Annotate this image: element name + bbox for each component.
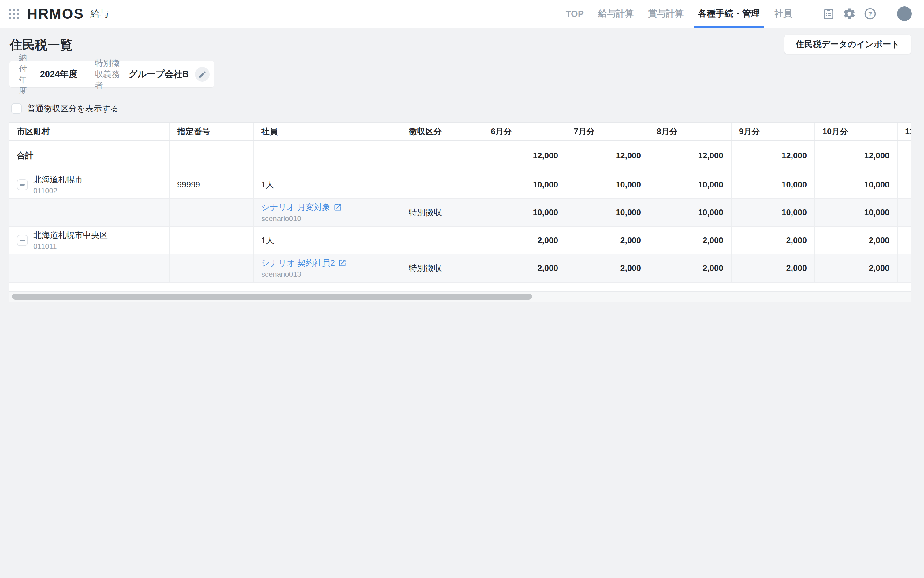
designated-number-cell: [170, 199, 254, 226]
external-link-icon: [333, 203, 342, 212]
tab-payroll[interactable]: 給与計算: [598, 8, 634, 20]
employee-row: シナリオ 月変対象scenario010特別徴収10,00010,00010,0…: [10, 199, 911, 227]
municipality-name: 北海道札幌市中央区: [33, 230, 108, 240]
amount-value: 2,000: [537, 236, 558, 245]
amount-value: 12,000: [698, 151, 723, 161]
show-ordinary-collection-label[interactable]: 普通徴収区分を表示する: [27, 103, 119, 114]
month-value-cell: 2,000: [815, 255, 898, 282]
employee-id: scenario013: [261, 270, 395, 278]
amount-value: 10,000: [616, 180, 641, 190]
month-value-cell: 10,000: [815, 171, 898, 198]
municipality-code: 011002: [33, 187, 83, 195]
column-header-4: 6月分: [483, 123, 566, 140]
amount-value: 10,000: [864, 180, 890, 190]
amount-value: 2,000: [620, 236, 641, 245]
month-value-cell: 2,000: [732, 227, 815, 254]
column-header-label: 9月分: [739, 126, 809, 137]
empty-cell: [898, 255, 911, 282]
column-header-6: 8月分: [649, 123, 732, 140]
svg-text:?: ?: [868, 10, 872, 18]
employee-count: 1人: [261, 235, 395, 246]
collection-type-cell: 特別徴収: [402, 255, 483, 282]
apps-grid-icon[interactable]: [8, 8, 19, 19]
amount-value: 2,000: [620, 264, 641, 273]
column-header-label: 10月分: [822, 126, 891, 137]
minus-icon: [20, 240, 25, 241]
employee-link[interactable]: シナリオ 契約社員2: [261, 258, 395, 268]
amount-value: 2,000: [703, 236, 723, 245]
municipality-code: 011011: [33, 242, 108, 250]
empty-cell: [10, 199, 170, 226]
total-month-cell: 12,000: [483, 141, 566, 170]
user-avatar[interactable]: [897, 6, 912, 21]
empty-cell: [254, 141, 402, 170]
amount-value: 10,000: [533, 208, 558, 218]
municipality-name: 北海道札幌市: [33, 175, 83, 184]
horizontal-scrollbar-track[interactable]: [10, 292, 911, 302]
column-header-3: 徴収区分: [402, 123, 483, 140]
external-link-icon: [338, 259, 346, 267]
horizontal-scrollbar-thumb[interactable]: [12, 294, 532, 300]
municipality-text-block: 北海道札幌市中央区011011: [33, 230, 108, 250]
gear-icon[interactable]: [842, 7, 856, 21]
empty-cell: [898, 141, 911, 170]
month-value-cell: 2,000: [815, 227, 898, 254]
month-value-cell: 10,000: [483, 199, 566, 226]
empty-cell: [170, 141, 254, 170]
collapse-row-button[interactable]: [17, 179, 28, 190]
filter-divider: [86, 68, 86, 81]
collection-type: 特別徴収: [409, 207, 477, 218]
amount-value: 2,000: [869, 264, 890, 273]
tab-employees[interactable]: 社員: [774, 8, 792, 20]
help-circle-icon[interactable]: ?: [863, 7, 877, 21]
amount-value: 12,000: [864, 151, 890, 161]
edit-filter-button[interactable]: [195, 67, 210, 82]
total-month-cell: 12,000: [815, 141, 898, 170]
page-title: 住民税一覧: [10, 37, 73, 54]
tab-procedures[interactable]: 各種手続・管理: [698, 8, 760, 20]
month-value-cell: 2,000: [483, 255, 566, 282]
collection-type: 特別徴収: [409, 263, 477, 274]
clipboard-list-icon[interactable]: [822, 7, 836, 21]
amount-value: 2,000: [786, 264, 807, 273]
empty-cell: [898, 199, 911, 226]
nav-divider: [807, 7, 807, 20]
municipality-row: 北海道札幌市中央区0110111人2,0002,0002,0002,0002,0…: [10, 227, 911, 255]
amount-value: 2,000: [703, 264, 723, 273]
total-label-cell: 合計: [10, 141, 170, 170]
month-value-cell: 10,000: [649, 199, 732, 226]
empty-cell: [10, 255, 170, 282]
month-value-cell: 10,000: [732, 171, 815, 198]
amount-value: 10,000: [781, 180, 807, 190]
month-value-cell: 10,000: [815, 199, 898, 226]
amount-value: 10,000: [533, 180, 558, 190]
employee-cell: 1人: [254, 171, 402, 198]
external-link-icon-wrap: [333, 203, 342, 212]
collection-type-cell: 特別徴収: [402, 199, 483, 226]
total-label: 合計: [17, 150, 164, 161]
column-header-1: 指定番号: [170, 123, 254, 140]
month-value-cell: 2,000: [566, 227, 649, 254]
obligor-value: グループ会社B: [129, 68, 189, 80]
column-header-9: 11月分: [898, 123, 911, 140]
minus-icon: [20, 184, 25, 186]
amount-value: 10,000: [698, 208, 723, 218]
column-header-8: 10月分: [815, 123, 898, 140]
app-logo: HRMOS: [27, 5, 84, 22]
month-value-cell: 10,000: [649, 171, 732, 198]
employee-id: scenario010: [261, 215, 395, 222]
column-header-label: 指定番号: [177, 126, 248, 137]
app-subtitle: 給与: [90, 8, 109, 20]
month-value-cell: 10,000: [483, 171, 566, 198]
employee-link[interactable]: シナリオ 月変対象: [261, 203, 395, 212]
table-scroll-viewport: 市区町村指定番号社員徴収区分6月分7月分8月分9月分10月分11月分合計12,0…: [10, 122, 911, 283]
column-header-0: 市区町村: [10, 123, 170, 140]
payment-year-label: 納付年度: [19, 52, 35, 96]
month-value-cell: 10,000: [566, 171, 649, 198]
tab-top[interactable]: TOP: [566, 9, 584, 19]
collapse-row-button[interactable]: [17, 235, 28, 246]
show-ordinary-collection-checkbox[interactable]: [11, 103, 22, 114]
tab-bonus[interactable]: 賞与計算: [648, 8, 683, 20]
month-value-cell: 2,000: [649, 255, 732, 282]
import-resident-tax-button[interactable]: 住民税データのインポート: [784, 34, 911, 54]
